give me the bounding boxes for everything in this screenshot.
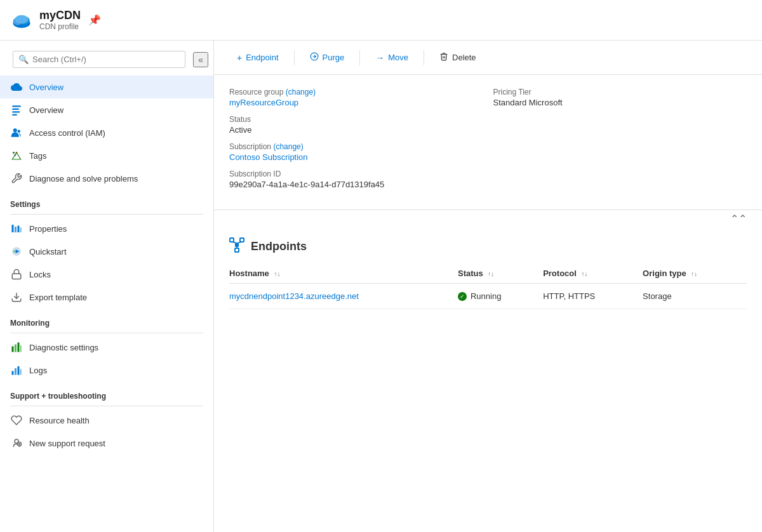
properties-icon	[10, 222, 23, 235]
logs-icon	[10, 364, 23, 376]
svg-rect-26	[12, 371, 14, 375]
delete-icon	[439, 52, 448, 63]
status-value: Active	[229, 125, 483, 135]
cell-protocol: HTTP, HTTPS	[543, 284, 643, 309]
origin-type-sort-icon[interactable]: ↑↓	[691, 270, 697, 277]
monitoring-section-label: Monitoring	[0, 309, 213, 330]
sidebar-item-export-template[interactable]: Export template	[0, 286, 213, 309]
svg-rect-6	[12, 111, 20, 112]
move-button-label: Move	[388, 53, 408, 62]
status-sort-icon[interactable]: ↑↓	[488, 270, 494, 277]
monitoring-divider	[10, 333, 203, 333]
status-dot: ✓	[458, 292, 467, 301]
locks-icon	[10, 268, 23, 281]
col-origin-type[interactable]: Origin type ↑↓	[643, 263, 747, 284]
col-hostname[interactable]: Hostname ↑↓	[229, 263, 458, 284]
purge-button-label: Purge	[323, 53, 345, 62]
hostname-link[interactable]: mycdnendpoint1234.azureedge.net	[229, 291, 359, 301]
search-container[interactable]: 🔍	[13, 51, 185, 68]
search-icon: 🔍	[18, 55, 29, 64]
sidebar-item-access-control[interactable]: Access control (IAM)	[0, 121, 213, 144]
svg-rect-34	[235, 243, 239, 247]
sidebar-item-overview[interactable]: Overview	[0, 76, 213, 98]
purge-button[interactable]: Purge	[302, 48, 352, 67]
diagnostic-settings-icon	[10, 341, 23, 354]
subscription-id-label: Subscription ID	[229, 170, 483, 178]
sidebar-item-diagnostic-settings[interactable]: Diagnostic settings	[0, 336, 213, 359]
resource-group-change-link[interactable]: (change)	[286, 88, 316, 96]
svg-line-39	[237, 242, 242, 243]
svg-rect-15	[18, 226, 20, 233]
move-icon: →	[375, 53, 384, 63]
svg-point-19	[13, 251, 15, 253]
svg-rect-7	[12, 114, 17, 116]
app-title: myCDN	[39, 9, 81, 22]
hostname-sort-icon[interactable]: ↑↓	[274, 270, 280, 277]
sidebar-item-new-support-request[interactable]: New support request	[0, 432, 213, 455]
toolbar-separator-3	[424, 50, 424, 65]
sidebar-item-logs[interactable]: Logs	[0, 359, 213, 382]
collapse-button[interactable]: ⌃⌃	[214, 210, 762, 227]
subscription-link[interactable]: Contoso Subscription	[229, 152, 308, 162]
purge-icon	[310, 52, 319, 63]
svg-rect-37	[235, 248, 239, 252]
resource-group-value: myResourceGroup	[229, 98, 483, 107]
delete-button-label: Delete	[452, 53, 476, 62]
endpoints-section: Endpoints Hostname ↑↓ Status ↑↓	[214, 227, 762, 309]
subscription-id-value: 99e290a7-4a1a-4e1c-9a14-d77d1319fa45	[229, 180, 483, 189]
pricing-tier-label: Pricing Tier	[493, 88, 747, 96]
endpoints-header: Endpoints	[229, 227, 747, 263]
svg-point-8	[13, 128, 17, 132]
sidebar: 🔍 « Overview Overview Access control (IA…	[0, 41, 214, 532]
svg-rect-4	[12, 105, 21, 107]
resource-health-icon	[10, 414, 23, 427]
plus-icon: +	[237, 53, 242, 63]
table-row: mycdnendpoint1234.azureedge.net ✓ Runnin…	[229, 284, 747, 309]
svg-point-10	[13, 152, 15, 154]
sidebar-item-properties[interactable]: Properties	[0, 217, 213, 240]
search-input[interactable]	[32, 55, 180, 64]
resource-info: Resource group (change) myResourceGroup …	[214, 75, 762, 210]
support-divider	[10, 406, 203, 406]
endpoint-button[interactable]: + Endpoint	[229, 49, 286, 67]
svg-rect-20	[12, 274, 21, 279]
collapse-button[interactable]: «	[193, 52, 208, 67]
cell-status: ✓ Running	[458, 284, 543, 309]
subscription-change-link[interactable]: (change)	[273, 142, 303, 151]
protocol-sort-icon[interactable]: ↑↓	[582, 270, 588, 277]
sidebar-item-resource-health[interactable]: Resource health	[0, 409, 213, 432]
header-text: myCDN CDN profile	[39, 9, 81, 31]
resource-group-link[interactable]: myResourceGroup	[229, 98, 298, 107]
move-button[interactable]: → Move	[368, 49, 416, 67]
status-running: ✓ Running	[458, 291, 535, 301]
sidebar-item-tags-label: Tags	[29, 151, 46, 161]
sidebar-item-diagnose[interactable]: Diagnose and solve problems	[0, 167, 213, 190]
svg-rect-25	[20, 345, 22, 352]
sidebar-item-activity-log-label: Overview	[29, 105, 64, 115]
toolbar: + Endpoint Purge → Move Delete	[214, 41, 762, 75]
pin-icon[interactable]: 📌	[88, 14, 101, 26]
svg-rect-23	[15, 345, 17, 352]
sidebar-item-access-control-label: Access control (IAM)	[29, 128, 105, 138]
col-status[interactable]: Status ↑↓	[458, 263, 543, 284]
svg-rect-24	[18, 343, 20, 352]
sidebar-item-activity-log[interactable]: Overview	[0, 98, 213, 121]
svg-rect-5	[12, 109, 19, 110]
sidebar-item-quickstart[interactable]: Quickstart	[0, 240, 213, 263]
svg-rect-35	[230, 238, 234, 242]
delete-button[interactable]: Delete	[432, 48, 484, 67]
svg-rect-22	[12, 347, 14, 352]
chevron-up-icon: ⌃⌃	[730, 213, 747, 224]
status-block: Status Active	[229, 115, 483, 135]
endpoint-button-label: Endpoint	[246, 53, 278, 62]
sidebar-item-locks[interactable]: Locks	[0, 263, 213, 286]
support-section-label: Support + troubleshooting	[0, 382, 213, 403]
sidebar-item-locks-label: Locks	[29, 270, 51, 279]
col-protocol[interactable]: Protocol ↑↓	[543, 263, 643, 284]
cell-hostname[interactable]: mycdnendpoint1234.azureedge.net	[229, 284, 458, 309]
sidebar-item-tags[interactable]: Tags	[0, 144, 213, 167]
svg-rect-27	[15, 368, 17, 375]
toolbar-separator-1	[294, 50, 295, 65]
access-control-icon	[10, 126, 23, 139]
svg-point-3	[15, 15, 29, 23]
